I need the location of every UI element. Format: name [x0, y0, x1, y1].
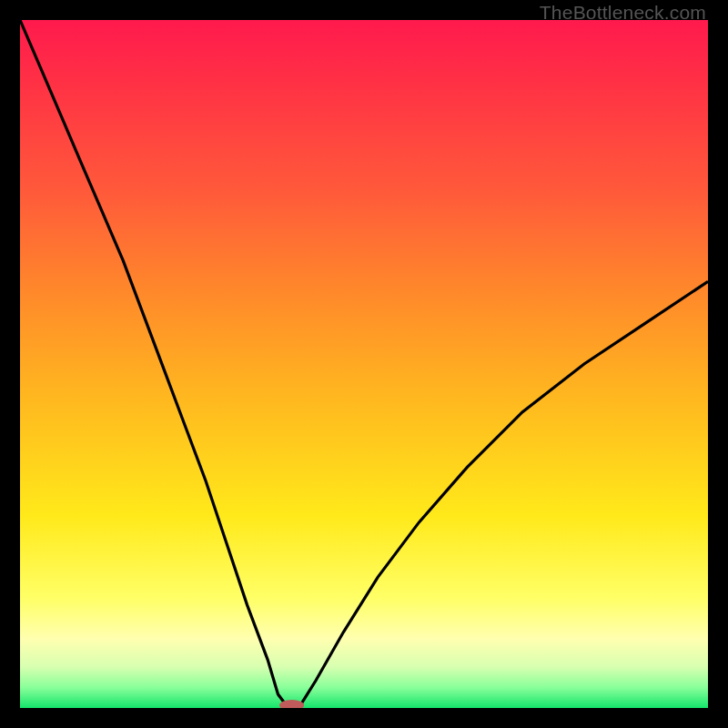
chart-svg [20, 20, 708, 708]
chart-frame: TheBottleneck.com [0, 0, 728, 728]
attribution-label: TheBottleneck.com [540, 2, 706, 24]
bottleneck-curve [20, 20, 708, 708]
plot-area [20, 20, 708, 708]
